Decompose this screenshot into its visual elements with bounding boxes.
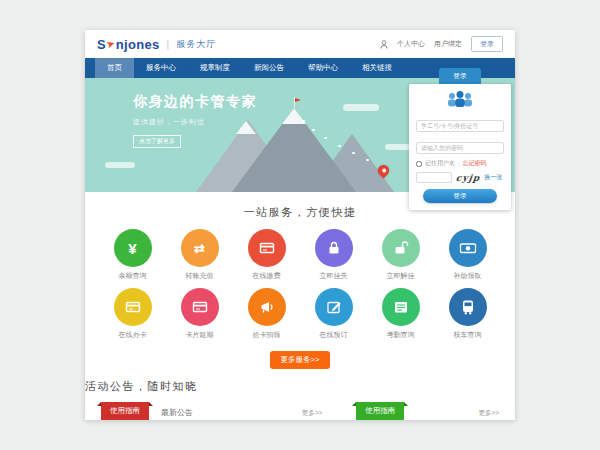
- service-item-balance[interactable]: ¥ 余额查询: [106, 229, 160, 281]
- remember-checkbox[interactable]: [416, 161, 422, 167]
- services-row-2: 在线办卡 卡片延期 拾卡招领 在线预订: [85, 288, 515, 340]
- flag-icon: [295, 98, 301, 102]
- user-binding-link[interactable]: 用户绑定: [434, 39, 462, 49]
- edit-icon: [325, 298, 343, 316]
- service-label: 拾卡招领: [240, 330, 294, 340]
- service-item-online-booking[interactable]: 在线预订: [307, 288, 361, 340]
- service-label: 校车查询: [441, 330, 495, 340]
- service-label: 在线办卡: [106, 330, 160, 340]
- service-circle[interactable]: [248, 288, 286, 326]
- logo-text-rest: njones: [116, 37, 160, 52]
- service-label: 补助领取: [441, 271, 495, 281]
- logo-arrow-icon: ➤: [106, 38, 117, 50]
- service-circle[interactable]: [449, 229, 487, 267]
- hero-cta-button[interactable]: 点击了解更多: [133, 135, 181, 148]
- megaphone-icon: [258, 298, 276, 316]
- right-tabbar: 使用指南 更多>>: [356, 404, 499, 420]
- trail-dot: [338, 145, 341, 148]
- service-label: 考勤查询: [374, 330, 428, 340]
- hero-text: 你身边的卡管专家 提供捷径，一步到位 点击了解更多: [133, 93, 257, 148]
- yen-icon: ¥: [128, 241, 136, 256]
- services-section: 一站服务，方便快捷 ¥ 余额查询 ⇄ 转账充值 在线缴费 立即挂失: [85, 192, 515, 369]
- tab-usage-guide[interactable]: 使用指南: [356, 402, 404, 420]
- cloud: [105, 162, 135, 168]
- personal-center-link[interactable]: 个人中心: [397, 39, 425, 49]
- trail-dot: [324, 137, 327, 140]
- separator: |: [458, 161, 460, 167]
- nav-item-rules[interactable]: 规章制度: [188, 58, 242, 78]
- service-label: 余额查询: [106, 271, 160, 281]
- brand-logo[interactable]: S➤njones: [97, 37, 160, 52]
- service-label: 转账充值: [173, 271, 227, 281]
- service-label: 立即挂失: [307, 271, 361, 281]
- services-row-1: ¥ 余额查询 ⇄ 转账充值 在线缴费 立即挂失: [85, 229, 515, 281]
- service-item-payment[interactable]: 在线缴费: [240, 229, 294, 281]
- unlock-icon: [392, 239, 410, 257]
- nav-item-news[interactable]: 新闻公告: [242, 58, 296, 78]
- captcha-image[interactable]: cyjp: [455, 173, 481, 183]
- nav-item-service-center[interactable]: 服务中心: [134, 58, 188, 78]
- service-label: 在线预订: [307, 330, 361, 340]
- header-login-button[interactable]: 登录: [471, 36, 503, 52]
- list-icon: [392, 298, 410, 316]
- service-circle[interactable]: ¥: [114, 229, 152, 267]
- site-name: 服务大厅: [176, 38, 216, 51]
- service-item-attendance[interactable]: 考勤查询: [374, 288, 428, 340]
- nav-item-home[interactable]: 首页: [95, 58, 134, 78]
- service-circle[interactable]: [315, 229, 353, 267]
- hero-subline: 提供捷径，一步到位: [133, 117, 257, 127]
- announcements-section: 活动公告，随时知晓 使用指南 最新公告 更多>> 使用指南 更多>>: [85, 379, 515, 420]
- service-circle[interactable]: [382, 229, 420, 267]
- service-item-transfer[interactable]: ⇄ 转账充值: [173, 229, 227, 281]
- nav-item-help-center[interactable]: 帮助中心: [296, 58, 350, 78]
- transfer-icon: ⇄: [194, 242, 205, 255]
- password-input[interactable]: [416, 142, 504, 154]
- login-submit-button[interactable]: 登录: [423, 189, 497, 203]
- service-label: 立即解挂: [374, 271, 428, 281]
- right-more-link[interactable]: 更多>>: [478, 409, 499, 420]
- header: S➤njones | 服务大厅 个人中心 用户绑定 登录: [85, 30, 515, 58]
- service-item-unfreeze[interactable]: 立即解挂: [374, 229, 428, 281]
- remember-row: 记住用户名 | 忘记密码: [416, 159, 504, 168]
- left-more-link[interactable]: 更多>>: [302, 409, 323, 420]
- service-item-subsidy[interactable]: 补助领取: [441, 229, 495, 281]
- service-circle[interactable]: [181, 288, 219, 326]
- service-item-card-extension[interactable]: 卡片延期: [173, 288, 227, 340]
- login-tab[interactable]: 登录: [439, 68, 481, 84]
- service-circle[interactable]: [315, 288, 353, 326]
- hero-headline: 你身边的卡管专家: [133, 93, 257, 111]
- service-item-report-loss[interactable]: 立即挂失: [307, 229, 361, 281]
- portal-page: S➤njones | 服务大厅 个人中心 用户绑定 登录 首页 服务中心 规章制…: [85, 30, 515, 420]
- tab-usage-guide[interactable]: 使用指南: [101, 402, 149, 420]
- credit-card-icon: [191, 298, 209, 316]
- lock-icon: [325, 239, 343, 257]
- trail-dot: [366, 159, 369, 162]
- announcement-panels: 使用指南 最新公告 更多>> 使用指南 更多>>: [85, 404, 515, 420]
- user-icon: [380, 40, 388, 49]
- service-circle[interactable]: [114, 288, 152, 326]
- nav-item-links[interactable]: 相关链接: [350, 58, 404, 78]
- service-circle[interactable]: [449, 288, 487, 326]
- service-item-school-bus[interactable]: 校车查询: [441, 288, 495, 340]
- announcements-right-panel: 使用指南 更多>>: [356, 404, 499, 420]
- service-item-lost-found[interactable]: 拾卡招领: [240, 288, 294, 340]
- service-circle[interactable]: [382, 288, 420, 326]
- username-input[interactable]: [416, 120, 504, 132]
- header-divider: |: [167, 39, 170, 50]
- forgot-password-link[interactable]: 忘记密码: [463, 159, 487, 168]
- users-group-icon: [444, 90, 476, 110]
- credit-card-icon: [258, 239, 276, 257]
- logo-text-s: S: [97, 37, 106, 52]
- tab-latest-announcements[interactable]: 最新公告: [149, 404, 205, 420]
- announcements-left-panel: 使用指南 最新公告 更多>>: [101, 404, 322, 420]
- service-circle[interactable]: [248, 229, 286, 267]
- service-circle[interactable]: ⇄: [181, 229, 219, 267]
- service-item-apply-card[interactable]: 在线办卡: [106, 288, 160, 340]
- captcha-refresh-link[interactable]: 换一张: [484, 173, 502, 182]
- trail-dot: [302, 120, 305, 123]
- more-services-button[interactable]: 更多服务>>: [270, 351, 331, 369]
- header-right: 个人中心 用户绑定 登录: [380, 36, 503, 52]
- trail-dot: [312, 129, 315, 132]
- remember-label: 记住用户名: [425, 159, 455, 168]
- captcha-input[interactable]: [416, 172, 452, 183]
